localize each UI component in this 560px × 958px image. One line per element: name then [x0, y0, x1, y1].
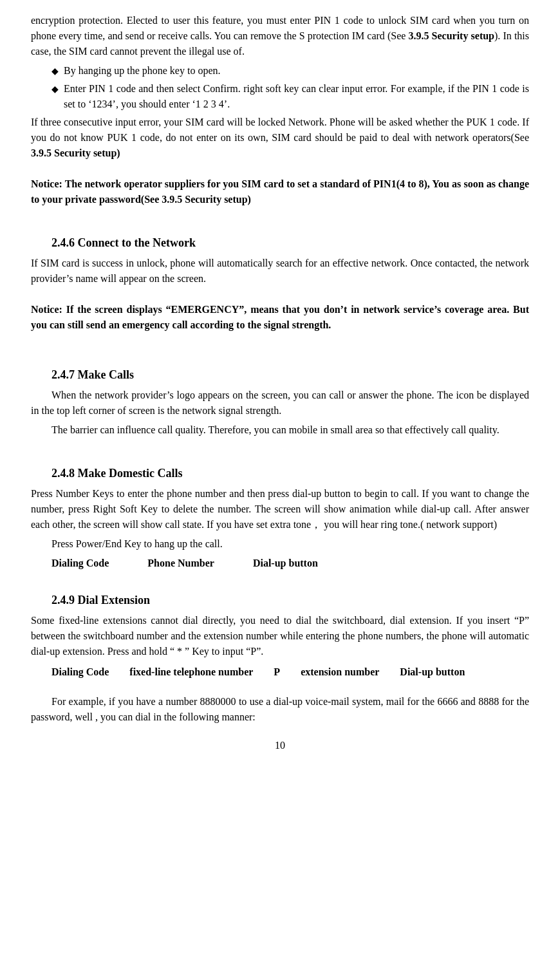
- bullet-list: ◆ By hanging up the phone key to open. ◆…: [51, 63, 529, 112]
- dialing-code-label-2: Dialing Code: [51, 664, 109, 680]
- section249-para1: Some fixed-line extensions cannot dial d…: [31, 613, 529, 659]
- intro-bold: 3.9.5 Security setup: [408, 30, 494, 41]
- bullet-diamond-2: ◆: [51, 82, 59, 96]
- if-three-text: If three consecutive input error, your S…: [31, 117, 529, 143]
- extension-label: extension number: [301, 664, 379, 680]
- bullet-item-1: ◆ By hanging up the phone key to open.: [51, 63, 529, 79]
- notice2-paragraph: Notice: If the screen displays “EMERGENC…: [31, 302, 529, 333]
- notice1-text: Notice: The network operator suppliers f…: [31, 178, 529, 205]
- bullet-diamond-1: ◆: [51, 64, 59, 78]
- section248-para1: Press Number Keys to enter the phone num…: [31, 486, 529, 532]
- section247-para2: The barrier can influence call quality. …: [31, 422, 529, 438]
- section248-heading: 2.4.8 Make Domestic Calls: [31, 465, 529, 482]
- section249-para2: For example, if you have a number 888000…: [31, 694, 529, 725]
- section247-para1: When the network provider’s logo appears…: [31, 388, 529, 418]
- section246-heading: 2.4.6 Connect to the Network: [31, 234, 529, 252]
- section248-para2: Press Power/End Key to hang up the call.: [31, 536, 529, 552]
- if-three-paragraph: If three consecutive input error, your S…: [31, 115, 529, 161]
- notice1-bold: See 3.9.5 Security setup): [144, 194, 251, 205]
- section247-heading: 2.4.7 Make Calls: [31, 366, 529, 384]
- dialing-code-label: Dialing Code: [51, 556, 109, 571]
- dialup-button-label: Dial-up button: [253, 556, 318, 571]
- dialup-button-label-2: Dial-up button: [400, 664, 465, 680]
- bullet-item-2: ◆ Enter PIN 1 code and then select Confi…: [51, 81, 529, 112]
- phone-number-label: Phone Number: [147, 556, 214, 571]
- section246-body: If SIM card is success in unlock, phone …: [31, 256, 529, 286]
- page-content: encryption protection. Elected to user t…: [31, 13, 529, 753]
- bullet-text-2: Enter PIN 1 code and then select Confirm…: [64, 81, 529, 112]
- bullet-text-1: By hanging up the phone key to open.: [64, 63, 221, 79]
- if-three-bold: 3.9.5 Security setup): [31, 147, 120, 158]
- page-number: 10: [31, 738, 529, 753]
- dialing-row-1: Dialing Code Phone Number Dial-up button: [51, 556, 529, 571]
- intro-paragraph: encryption protection. Elected to user t…: [31, 13, 529, 59]
- fixed-line-label: fixed-line telephone number: [129, 664, 253, 680]
- section249-heading: 2.4.9 Dial Extension: [31, 592, 529, 609]
- p-label: P: [274, 664, 280, 680]
- notice1-paragraph: Notice: The network operator suppliers f…: [31, 176, 529, 207]
- dialing-row-2: Dialing Code fixed-line telephone number…: [51, 664, 529, 680]
